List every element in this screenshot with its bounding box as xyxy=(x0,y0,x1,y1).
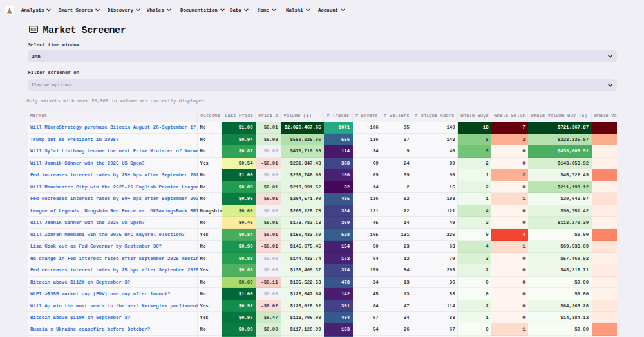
svg-text:NEW: NEW xyxy=(30,28,36,32)
